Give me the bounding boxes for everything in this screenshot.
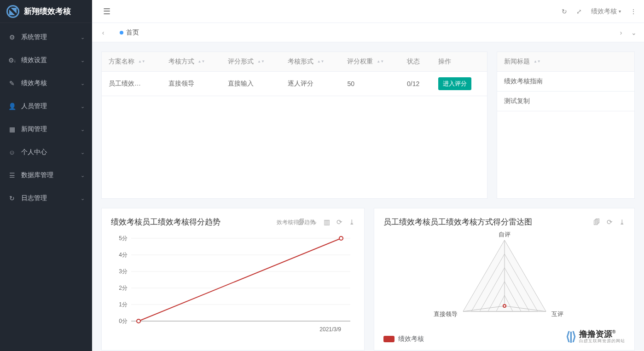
- trend-line: [139, 238, 341, 321]
- tab-label: 首页: [126, 29, 139, 37]
- svg-point-28: [503, 305, 506, 307]
- legend-swatch-icon: [383, 336, 395, 342]
- caret-down-icon: ▾: [619, 9, 621, 14]
- history-icon: ↻: [7, 195, 17, 202]
- table-header-row: 方案名称 ▲▼ 考核方式 ▲▼ 评分形式 ▲▼ 考核形式 ▲▼ 评分权重 ▲▼ …: [102, 52, 487, 72]
- collapse-sidebar-button[interactable]: ☰: [103, 6, 110, 17]
- tab-scroll-right[interactable]: ›: [615, 29, 627, 36]
- svg-text:3分: 3分: [119, 268, 128, 275]
- nav-label: 新闻管理: [21, 125, 47, 133]
- th-action: 操作: [431, 52, 487, 72]
- news-header[interactable]: 新闻标题 ▲▼: [497, 52, 634, 72]
- th-method[interactable]: 考核方式 ▲▼: [162, 52, 221, 72]
- table-row: 员工绩效… 直接领导 直接输入 逐人评分 50 0/12 进入评分: [102, 72, 487, 96]
- chevron-down-icon: ⌄: [81, 35, 85, 40]
- sidebar-item-system[interactable]: ⚙系统管理⌄: [0, 26, 92, 49]
- tab-scroll-left[interactable]: ‹: [97, 29, 110, 36]
- sidebar-item-log[interactable]: ↻日志管理⌄: [0, 187, 92, 210]
- td-status: 0/12: [400, 72, 432, 96]
- chevron-down-icon: ⌄: [81, 58, 85, 63]
- bar-type-icon[interactable]: ▥: [324, 218, 330, 226]
- th-weight[interactable]: 评分权重 ▲▼: [340, 52, 400, 72]
- sidebar-item-database[interactable]: ☰数据库管理⌄: [0, 164, 92, 187]
- content: 方案名称 ▲▼ 考核方式 ▲▼ 评分形式 ▲▼ 考核形式 ▲▼ 评分权重 ▲▼ …: [92, 42, 644, 351]
- svg-text:自评: 自评: [499, 231, 511, 238]
- db-icon: ☰: [7, 172, 17, 179]
- watermark-brand: 撸撸资源: [579, 329, 612, 339]
- th-assesstype[interactable]: 考核形式 ▲▼: [281, 52, 341, 72]
- main-area: ☰ ↻ ⤢ 绩效考核 ▾ ⋮ ‹ 首页 › ⌄ 方案名称 ▲▼ 考: [92, 0, 644, 351]
- enter-score-button[interactable]: 进入评分: [438, 77, 471, 90]
- chevron-down-icon: ⌄: [81, 104, 85, 109]
- radar-chart-card: 员工绩效考核员工绩效考核方式得分雷达图 🗐 ⟳ ⤓: [374, 208, 635, 351]
- sort-icon: ▲▼: [257, 60, 265, 63]
- tab-menu-dropdown[interactable]: ⌄: [627, 29, 640, 36]
- x-axis-label: 2021/3/9: [319, 326, 341, 333]
- logo-icon: [6, 5, 19, 18]
- nav-label: 系统管理: [21, 33, 47, 41]
- svg-text:4分: 4分: [119, 252, 128, 258]
- td-plan: 员工绩效…: [102, 72, 162, 96]
- sort-icon: ▲▼: [317, 60, 325, 63]
- sidebar-item-news[interactable]: ▦新闻管理⌄: [0, 118, 92, 141]
- active-dot-icon: [120, 31, 123, 35]
- nav-label: 个人中心: [21, 148, 47, 156]
- nav-label: 日志管理: [21, 194, 47, 202]
- person-icon: ☺: [7, 149, 17, 156]
- chevron-down-icon: ⌄: [81, 196, 85, 201]
- chevron-down-icon: ⌄: [81, 173, 85, 178]
- news-item[interactable]: 绩效考核指南: [497, 72, 634, 92]
- chevron-down-icon: ⌄: [81, 81, 85, 86]
- sidebar-item-assess[interactable]: ✎绩效考核⌄: [0, 72, 92, 95]
- nav-label: 人员管理: [21, 102, 47, 110]
- td-action: 进入评分: [431, 72, 487, 96]
- watermark-logo-icon: ⟨|⟩: [566, 329, 575, 344]
- sidebar-item-perfset[interactable]: ⚙ᵢ绩效设置⌄: [0, 49, 92, 72]
- trend-chart-card: 绩效考核员工绩效考核得分趋势 🗐 ∿ ▥ ⟳ ⤓ 效考核得分趋势: [101, 208, 365, 351]
- svg-point-13: [339, 236, 343, 240]
- sliders-icon: ⚙ᵢ: [7, 57, 17, 64]
- chevron-down-icon: ⌄: [81, 127, 85, 132]
- download-chart-icon[interactable]: ⤓: [619, 218, 625, 226]
- th-scoretype[interactable]: 评分形式 ▲▼: [221, 52, 281, 72]
- sidebar-item-profile[interactable]: ☺个人中心⌄: [0, 141, 92, 164]
- td-weight: 50: [340, 72, 400, 96]
- fullscreen-icon[interactable]: ⤢: [576, 8, 582, 15]
- user-icon: 👤: [7, 103, 17, 110]
- news-icon: ▦: [7, 126, 17, 133]
- refresh-icon[interactable]: ↻: [562, 8, 567, 15]
- svg-text:互评: 互评: [551, 311, 563, 317]
- refresh-chart-icon[interactable]: ⟳: [337, 218, 342, 226]
- svg-point-12: [137, 319, 140, 323]
- data-view-icon[interactable]: 🗐: [593, 218, 600, 226]
- edit-icon: ✎: [7, 80, 17, 87]
- dropdown-label: 绩效考核: [591, 7, 617, 16]
- line-chart: 5分 4分 3分 2分 1分 0分: [111, 231, 355, 337]
- chart-title: 绩效考核员工绩效考核得分趋势: [111, 217, 220, 227]
- svg-text:1分: 1分: [119, 301, 128, 308]
- brand-name: 新翔绩效考核: [24, 6, 71, 17]
- legend-label: 绩效考核: [398, 335, 424, 343]
- sort-icon: ▲▼: [534, 60, 541, 63]
- tab-home[interactable]: 首页: [120, 29, 139, 37]
- brand-logo: 新翔绩效考核: [0, 0, 92, 23]
- sort-icon: ▲▼: [197, 60, 205, 63]
- nav-label: 绩效设置: [21, 56, 47, 64]
- svg-text:0分: 0分: [119, 318, 128, 324]
- assessment-table-card: 方案名称 ▲▼ 考核方式 ▲▼ 评分形式 ▲▼ 考核形式 ▲▼ 评分权重 ▲▼ …: [101, 52, 487, 199]
- user-dropdown[interactable]: 绩效考核 ▾: [591, 7, 621, 16]
- th-plan[interactable]: 方案名称 ▲▼: [102, 52, 162, 72]
- svg-text:5分: 5分: [119, 235, 128, 242]
- sidebar-item-people[interactable]: 👤人员管理⌄: [0, 95, 92, 118]
- sort-icon: ▲▼: [138, 60, 145, 63]
- radar-series: [503, 305, 506, 307]
- download-chart-icon[interactable]: ⤓: [349, 218, 355, 226]
- news-item[interactable]: 测试复制: [497, 92, 634, 111]
- chevron-down-icon: ⌄: [81, 150, 85, 155]
- radar-chart: 自评 互评 直接领导: [383, 231, 625, 328]
- refresh-chart-icon[interactable]: ⟳: [607, 218, 613, 226]
- news-card: 新闻标题 ▲▼ 绩效考核指南 测试复制: [497, 52, 635, 199]
- sort-icon: ▲▼: [377, 60, 384, 63]
- watermark-slogan: 白嫖互联网资源的网站: [579, 339, 625, 344]
- more-icon[interactable]: ⋮: [630, 8, 637, 15]
